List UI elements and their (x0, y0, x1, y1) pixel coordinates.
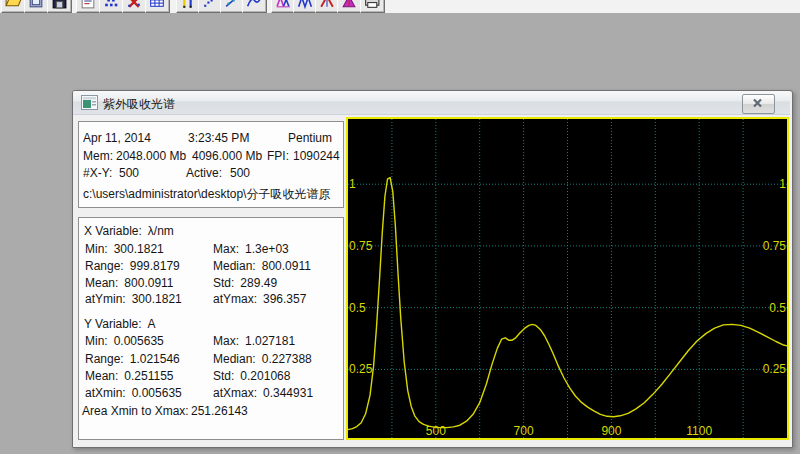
y-stat-row2-col2-label: Std: (213, 369, 240, 383)
x-stat-row3-col2-label: atYmax: (213, 292, 263, 306)
svg-text:0.25: 0.25 (349, 362, 373, 376)
x-stat-row1-col2-label: Median: (213, 259, 262, 273)
svg-text:0.75: 0.75 (763, 239, 787, 253)
close-button[interactable] (742, 94, 775, 114)
session-date: Apr 11, 2014 (83, 131, 151, 145)
peak-analysis-4-button[interactable] (337, 0, 362, 13)
mem-label: Mem: (83, 149, 113, 163)
edit-values-icon (79, 0, 97, 10)
x-stat-row2-col1-label: Mean: (85, 276, 124, 290)
open-file-button[interactable] (1, 0, 26, 13)
print-button[interactable] (360, 0, 385, 13)
toolbar (0, 0, 800, 13)
x-stat-row3-col1-value: 300.1821 (132, 292, 182, 306)
file-path: c:\users\administrator\desktop\分子吸收光谱原 (83, 186, 330, 203)
svg-text:0.5: 0.5 (349, 301, 366, 315)
y-stat-row0-col2: Max:1.027181 (213, 334, 295, 348)
y-stat-row2-col1-value: 0.251155 (124, 369, 173, 383)
x-stat-row1-col2-value: 800.0911 (262, 259, 311, 273)
peak-analysis-3-icon (318, 0, 336, 10)
y-stat-row1-col1-label: Range: (85, 352, 130, 366)
y-stat-row2-col2: Std:0.201068 (213, 369, 290, 383)
statistics-panel: X Variable:λ/nmMin:300.1821Max:1.3e+03Ra… (78, 217, 344, 440)
active-count-value: 500 (230, 166, 250, 180)
y-stat-row0-col1-value: 0.005635 (114, 334, 164, 348)
x-stat-row0-col1-label: Min: (85, 242, 114, 256)
y-stat-row0-col2-label: Max: (213, 334, 245, 348)
y-stat-row3-col2-label: atXmax: (213, 386, 263, 400)
edit-values-button[interactable] (76, 0, 101, 13)
area-label: Area Xmin to Xmax: (82, 404, 189, 418)
mem-value-2: 4096.000 Mb (192, 149, 262, 163)
y-stat-row0-col2-value: 1.027181 (245, 334, 295, 348)
svg-text:1100: 1100 (686, 424, 712, 438)
spectrum-chart[interactable]: 10.750.50.2510.750.50.255007009001100 (346, 117, 789, 440)
xy-count-label: #X-Y: (83, 166, 112, 180)
save-file-button[interactable] (47, 0, 72, 13)
svg-text:900: 900 (601, 424, 621, 438)
y-stat-row0-col1-label: Min: (85, 334, 114, 348)
y-variable-header-label: Y Variable: (84, 317, 148, 331)
y-stat-row3-col2-value: 0.344931 (263, 386, 313, 400)
y-stat-row0-col1: Min:0.005635 (85, 334, 164, 348)
x-stat-row3-col1-label: atYmin: (85, 292, 132, 306)
peak-analysis-4-icon (340, 0, 358, 10)
window-icon (81, 95, 98, 110)
y-variable-header-value: A (148, 317, 156, 331)
fpi-value: 1090244 (293, 149, 340, 163)
scatter-plot-icon (201, 0, 219, 10)
active-count-label: Active: (186, 166, 222, 180)
peak-analysis-1-icon (274, 0, 292, 10)
xy-count-value: 500 (119, 166, 139, 180)
titlebar[interactable]: 紫外吸收光谱 (73, 91, 790, 115)
mem-value-1: 2048.000 Mb (116, 149, 186, 163)
y-stat-row2-col1-label: Mean: (85, 369, 124, 383)
y-stat-row1-col1: Range:1.021546 (85, 352, 180, 366)
x-stat-row0-col2: Max:1.3e+03 (213, 242, 289, 256)
area-value: 251.26143 (191, 404, 248, 418)
x-stat-row1-col1-label: Range: (85, 259, 130, 273)
data-table-icon (148, 0, 166, 10)
peak-analysis-2-icon (296, 0, 314, 10)
x-variable-header: X Variable:λ/nm (84, 224, 174, 238)
y-stat-row3-col1-value: 0.005635 (132, 386, 182, 400)
open-file-icon (4, 0, 22, 10)
x-stat-row0-col2-label: Max: (213, 242, 245, 256)
x-stat-row2-col2: Std:289.49 (213, 276, 277, 290)
x-stat-row1-col1-value: 999.8179 (130, 259, 180, 273)
x-stat-row0-col2-value: 1.3e+03 (245, 242, 289, 256)
svg-text:700: 700 (514, 424, 534, 438)
svg-text:500: 500 (426, 424, 446, 438)
svg-text:1: 1 (779, 177, 786, 191)
data-points-button[interactable] (99, 0, 124, 13)
x-stat-row0-col1-value: 300.1821 (114, 242, 164, 256)
svg-text:0.5: 0.5 (769, 301, 786, 315)
y-stat-row3-col2: atXmax:0.344931 (213, 386, 313, 400)
save-file-icon (50, 0, 68, 10)
x-stat-row3-col2-value: 396.357 (263, 292, 306, 306)
import-data-icon (27, 0, 45, 10)
y-stat-row3-col1-label: atXmin: (85, 386, 132, 400)
y-stat-row1-col1-value: 1.021546 (130, 352, 180, 366)
cpu-name: Pentium (288, 131, 332, 145)
import-data-button[interactable] (24, 0, 49, 13)
x-stat-row3-col1: atYmin:300.1821 (85, 292, 182, 306)
session-time: 3:23:45 PM (188, 131, 249, 145)
x-variable-header-value: λ/nm (148, 224, 174, 238)
desktop: 紫外吸收光谱 Apr 11, 20143:23:45 PMPentiumMem:… (0, 0, 800, 454)
y-stat-row1-col2: Median:0.227388 (213, 352, 312, 366)
y-stat-row2-col2-value: 0.201068 (240, 369, 290, 383)
x-stat-row2-col1-value: 800.0911 (124, 276, 173, 290)
curve-fit-icon (245, 0, 263, 10)
x-stat-row3-col2: atYmax:396.357 (213, 292, 306, 306)
data-table-button[interactable] (145, 0, 170, 13)
svg-text:1: 1 (349, 177, 356, 191)
print-icon (363, 0, 381, 10)
curve-fit-button[interactable] (242, 0, 267, 13)
svg-text:0.75: 0.75 (349, 239, 373, 253)
line-fit-icon (223, 0, 241, 10)
y-stat-row1-col2-label: Median: (213, 352, 262, 366)
delete-points-button[interactable] (122, 0, 147, 13)
fpi-label: FPI: (267, 149, 289, 163)
x-stat-row2-col2-value: 289.49 (240, 276, 277, 290)
